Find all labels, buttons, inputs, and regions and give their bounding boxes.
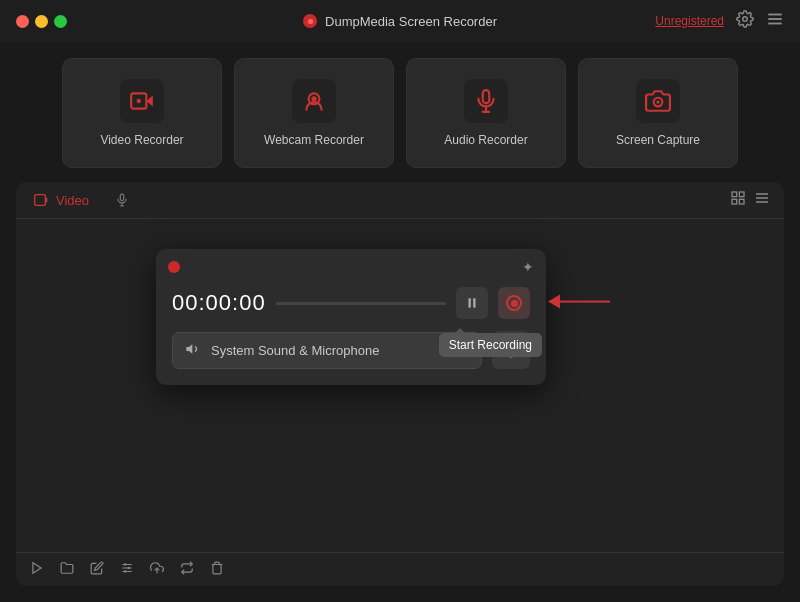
webcam-recorder-label: Webcam Recorder	[264, 133, 364, 147]
video-recorder-icon-container	[120, 79, 164, 123]
arrow-indicator	[548, 295, 610, 309]
pause-icon	[465, 296, 479, 310]
svg-rect-16	[120, 194, 124, 200]
panel-tabs: Video	[16, 182, 784, 219]
edit-icon[interactable]	[90, 561, 104, 578]
record-btn-wrapper: Start Recording	[498, 287, 530, 319]
time-display: 00:00:00	[172, 290, 266, 316]
arrow-head	[548, 295, 560, 309]
unregistered-link[interactable]: Unregistered	[655, 14, 724, 28]
settings-icon[interactable]	[736, 10, 754, 32]
svg-point-36	[124, 563, 126, 565]
svg-rect-14	[35, 195, 46, 206]
record-btn-dot	[511, 300, 518, 307]
app-title: DumpMedia Screen Recorder	[325, 14, 497, 29]
sliders-icon[interactable]	[120, 561, 134, 578]
svg-point-6	[137, 99, 141, 103]
microphone-icon	[473, 88, 499, 114]
video-tab-icon	[34, 194, 50, 206]
screen-capture-label: Screen Capture	[616, 133, 700, 147]
svg-point-13	[656, 100, 659, 103]
panel-content: ✦ 00:00:00	[16, 219, 784, 586]
favorite-icon[interactable]: ✦	[522, 259, 534, 275]
list-view-icon[interactable]	[754, 190, 770, 209]
camera-icon	[645, 88, 671, 114]
panel-top-right	[730, 190, 770, 209]
sound-dropdown-label: System Sound & Microphone	[211, 343, 453, 358]
record-btn-inner	[506, 295, 522, 311]
trash-icon[interactable]	[210, 561, 224, 578]
webcam-recorder-card[interactable]: Webcam Recorder	[234, 58, 394, 168]
swap-icon[interactable]	[180, 561, 194, 578]
folder-icon[interactable]	[60, 561, 74, 578]
pause-button[interactable]	[456, 287, 488, 319]
recorder-cards: Video Recorder Webcam Recorder	[16, 58, 784, 168]
svg-rect-9	[483, 90, 490, 103]
video-recorder-label: Video Recorder	[100, 133, 183, 147]
traffic-lights	[16, 15, 67, 28]
dialog-titlebar: ✦	[156, 249, 546, 283]
svg-rect-27	[473, 298, 475, 307]
mic-tab-icon	[115, 192, 129, 208]
floating-dialog: ✦ 00:00:00	[156, 249, 546, 385]
svg-rect-19	[732, 192, 737, 197]
svg-marker-32	[33, 563, 41, 574]
title-bar: DumpMedia Screen Recorder Unregistered	[0, 0, 800, 42]
app-content: Video Recorder Webcam Recorder	[0, 42, 800, 602]
title-center: DumpMedia Screen Recorder	[303, 14, 497, 29]
sound-dropdown[interactable]: System Sound & Microphone ▾	[172, 332, 482, 369]
tab-microphone[interactable]	[111, 190, 133, 210]
app-logo-icon	[303, 14, 317, 28]
menu-icon[interactable]	[766, 10, 784, 32]
upload-icon[interactable]	[150, 561, 164, 578]
screen-capture-icon-container	[636, 79, 680, 123]
svg-rect-26	[469, 298, 471, 307]
minimize-button[interactable]	[35, 15, 48, 28]
arrow-line	[560, 301, 610, 303]
maximize-button[interactable]	[54, 15, 67, 28]
tab-video-label: Video	[56, 193, 89, 208]
webcam-recorder-icon-container	[292, 79, 336, 123]
panel-toolbar	[16, 552, 784, 586]
play-icon[interactable]	[30, 561, 44, 578]
progress-bar	[276, 302, 446, 305]
close-button[interactable]	[16, 15, 29, 28]
toolbar-icons	[30, 561, 224, 578]
svg-marker-28	[186, 344, 192, 353]
webcam-icon	[301, 88, 327, 114]
dialog-controls: 00:00:00	[172, 287, 530, 319]
svg-rect-21	[732, 199, 737, 204]
video-recorder-card[interactable]: Video Recorder	[62, 58, 222, 168]
tab-video[interactable]: Video	[30, 191, 93, 210]
sound-icon	[185, 341, 201, 360]
dialog-body: 00:00:00	[156, 283, 546, 385]
audio-recorder-label: Audio Recorder	[444, 133, 527, 147]
start-recording-tooltip: Start Recording	[439, 333, 542, 357]
audio-recorder-icon-container	[464, 79, 508, 123]
bottom-panel: Video	[16, 182, 784, 586]
audio-recorder-card[interactable]: Audio Recorder	[406, 58, 566, 168]
dialog-close-dot[interactable]	[168, 261, 180, 273]
svg-point-37	[128, 567, 130, 569]
video-icon	[129, 88, 155, 114]
svg-point-8	[311, 96, 316, 101]
svg-rect-20	[739, 192, 744, 197]
title-right: Unregistered	[655, 10, 784, 32]
record-button[interactable]	[498, 287, 530, 319]
speaker-icon	[185, 341, 201, 357]
svg-point-38	[124, 570, 126, 572]
screen-capture-card[interactable]: Screen Capture	[578, 58, 738, 168]
svg-point-0	[743, 17, 748, 22]
grid-view-icon[interactable]	[730, 190, 746, 209]
svg-rect-22	[739, 199, 744, 204]
